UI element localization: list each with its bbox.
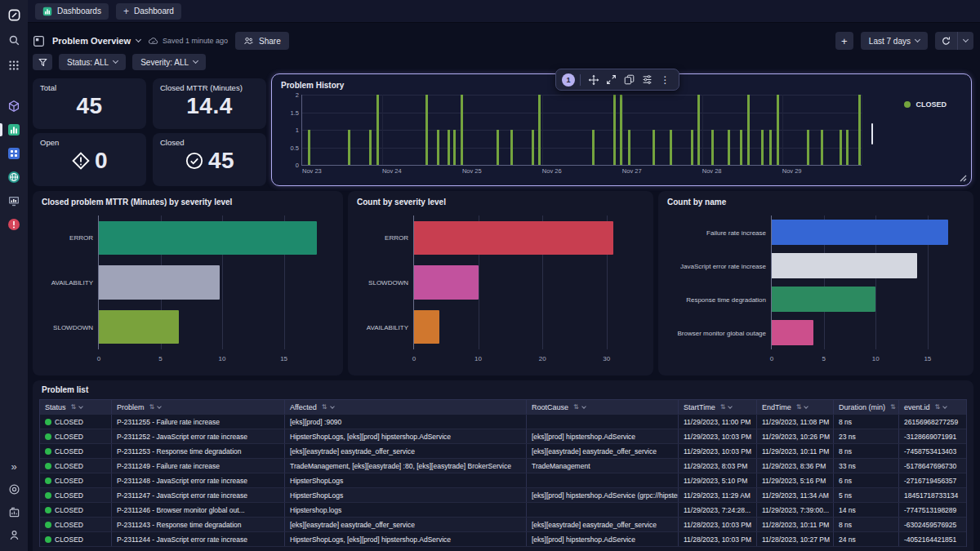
bar[interactable] [772,320,813,345]
tile-count-by-severity[interactable]: Count by severity level ERRORSLOWDOWNAVA… [348,191,653,375]
timeline-bar[interactable] [807,130,809,165]
filter-button[interactable] [33,54,52,70]
column-header-affected[interactable]: Affected⇅ [285,400,527,414]
tab-dashboards[interactable]: Dashboards [35,3,109,20]
timeline-bar[interactable] [369,130,372,165]
chevron-down-icon[interactable] [804,404,809,409]
table-row[interactable]: CLOSEDP-2311247 - JavaScript error rate … [40,488,966,503]
timeline-bar[interactable] [425,95,428,165]
sidebar-expand-icon[interactable]: » [6,458,22,474]
timeline-bar[interactable] [777,95,779,165]
timeline-bar[interactable] [348,130,350,165]
account-icon[interactable] [6,527,22,543]
sidebar-item-problems-icon[interactable] [6,216,22,233]
sidebar-item-apps-icon[interactable] [6,145,22,162]
timeline-bar[interactable] [308,130,310,165]
timeline-bar[interactable] [740,130,742,165]
timeline-bar[interactable] [461,95,463,165]
bar[interactable] [772,287,875,312]
expand-icon[interactable] [604,72,619,87]
configure-icon[interactable] [639,72,655,87]
kpi-tile-open[interactable]: Open 0 [33,133,146,186]
bar[interactable] [99,310,179,344]
timeline-bar[interactable] [761,130,764,165]
table-row[interactable]: CLOSEDP-2311252 - JavaScript error rate … [40,429,966,444]
chart-legend[interactable]: CLOSED [904,100,947,109]
sort-icon[interactable]: ⇅ [71,403,77,411]
column-header-start[interactable]: StartTime⇅ [679,400,757,414]
chevron-down-icon[interactable] [157,404,162,409]
table-row[interactable]: CLOSEDP-2311243 - Response time degradat… [40,518,966,532]
timeline-bar[interactable] [613,95,616,165]
filter-chip-status[interactable]: Status: ALL [59,54,126,70]
refresh-button[interactable] [935,32,957,50]
table-row[interactable]: CLOSEDP-2311246 - Browser monitor global… [40,503,966,518]
timeline-bar[interactable] [653,130,655,165]
timeline-bar[interactable] [532,130,534,165]
board-icon[interactable] [33,35,45,47]
resize-handle-icon[interactable] [958,173,967,182]
timeline-bar[interactable] [538,95,541,165]
bar[interactable] [99,265,220,300]
table-row[interactable]: CLOSEDP-2311249 - Failure rate increaseT… [40,459,966,473]
kpi-tile-closed[interactable]: Closed 45 [153,133,266,186]
tab-dashboard[interactable]: + Dashboard [116,3,181,20]
bar[interactable] [772,253,917,278]
release-monitor-icon[interactable] [6,504,22,520]
column-header-duration[interactable]: Duration (min)⇅ [834,400,899,414]
sidebar-item-globe-icon[interactable] [6,169,22,185]
bar[interactable] [99,221,317,256]
timeline-bar[interactable] [620,95,622,165]
kpi-tile-closed-mttr[interactable]: Closed MTTR (Minutes) 14.4 [153,78,266,129]
timeline-bar[interactable] [453,130,456,165]
sort-icon[interactable]: ⇅ [890,403,896,411]
timeline-bar[interactable] [691,130,693,165]
table-row[interactable]: CLOSEDP-2311255 - Failure rate increase[… [40,415,966,429]
chevron-down-icon[interactable] [728,404,733,409]
sidebar-item-dashboards-icon[interactable] [6,122,22,138]
table-row[interactable]: CLOSEDP-2311253 - Response time degradat… [40,444,966,459]
chevron-down-icon[interactable] [78,404,83,409]
timeline-bar[interactable] [670,130,672,165]
column-header-rootcause[interactable]: RootCause⇅ [527,400,679,414]
bar[interactable] [414,310,439,344]
timeline-bar[interactable] [728,130,730,165]
sort-icon[interactable]: ⇅ [322,403,327,411]
kpi-tile-total[interactable]: Total 45 [33,78,146,129]
timeline-bar[interactable] [769,130,772,165]
duplicate-icon[interactable] [621,72,637,87]
sort-icon[interactable]: ⇅ [573,403,579,411]
column-header-event_id[interactable]: event.id⇅ [899,400,968,414]
timeline-bar[interactable] [628,130,630,165]
dashboard-title-menu[interactable]: Problem Overview [52,36,140,46]
tile-mttr-by-severity[interactable]: Closed problem MTTR (Minutes) by severit… [33,191,343,375]
timeline-bar[interactable] [592,130,595,165]
timeline-bar[interactable] [376,95,379,165]
table-row[interactable]: CLOSEDP-2311244 - JavaScript error rate … [40,532,966,547]
timeline-bar[interactable] [846,130,849,165]
time-range-selector[interactable]: Last 7 days [861,32,928,50]
add-tile-button[interactable]: + [835,32,853,50]
sort-icon[interactable]: ⇅ [720,403,726,411]
search-icon[interactable] [6,32,22,48]
sidebar-item-synthetic-icon[interactable] [6,193,22,209]
chevron-down-icon[interactable] [330,404,335,409]
sidebar-item-services-icon[interactable] [6,98,22,114]
bar[interactable] [414,265,479,300]
timeline-bar[interactable] [747,95,750,165]
tile-problem-list[interactable]: Problem list Status⇅Problem⇅Affected⇅Roo… [33,380,973,551]
timeline-bar[interactable] [711,130,714,165]
chevron-down-icon[interactable] [942,404,947,409]
column-header-problem[interactable]: Problem⇅ [112,400,285,414]
bar[interactable] [772,220,948,245]
sort-icon[interactable]: ⇅ [149,403,155,411]
tile-count-by-name[interactable]: Count by name Failure rate increaseJavaS… [658,191,973,375]
timeline-bar[interactable] [840,130,842,165]
filter-chip-severity[interactable]: Severity: ALL [132,54,206,70]
column-header-status[interactable]: Status⇅ [40,400,112,414]
move-icon[interactable] [586,72,601,87]
refresh-options-button[interactable] [958,32,973,50]
sort-icon[interactable]: ⇅ [935,403,941,411]
timeline-bar[interactable] [510,130,513,165]
table-row[interactable]: CLOSEDP-2311248 - JavaScript error rate … [40,473,966,488]
